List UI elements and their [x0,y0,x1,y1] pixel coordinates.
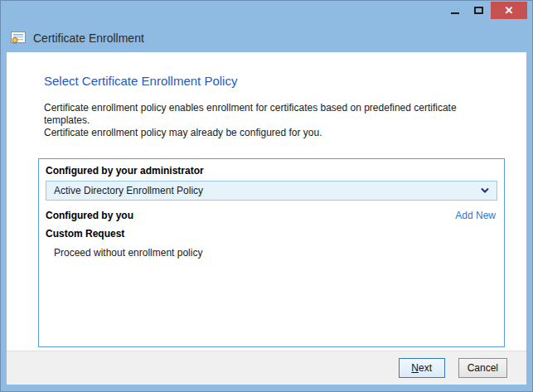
dialog-body: Select Certificate Enrollment Policy Cer… [7,52,526,385]
enrollment-policy-dropdown[interactable]: Active Directory Enrollment Policy [46,181,497,201]
wizard-page: Select Certificate Enrollment Policy Cer… [7,52,526,351]
next-button-label: Next [411,362,432,374]
proceed-without-policy-option[interactable]: Proceed without enrollment policy [46,247,497,259]
next-button[interactable]: Next [399,358,445,378]
window-title: Certificate Enrollment [33,31,144,45]
certificate-enrollment-window: ✕ Certificate Enrollment Select Certific… [0,0,533,392]
titlebar[interactable]: ✕ [1,1,532,24]
description-line-1: Certificate enrollment policy enables en… [44,102,505,127]
dropdown-selected-value: Active Directory Enrollment Policy [54,185,203,196]
maximize-icon [474,7,483,14]
maximize-button[interactable] [467,2,491,19]
admin-section-label: Configured by your administrator [46,163,497,181]
window-controls: ✕ [443,2,527,19]
description-line-2: Certificate enrollment policy may alread… [44,127,505,139]
certificate-icon [11,31,27,45]
user-section-label: Configured by you [46,210,133,221]
add-new-link[interactable]: Add New [455,210,496,221]
minimize-icon [451,12,459,14]
page-description: Certificate enrollment policy enables en… [44,102,505,139]
minimize-button[interactable] [443,2,467,19]
page-title: Select Certificate Enrollment Policy [44,74,505,88]
enrollment-policy-panel: Configured by your administrator Active … [38,158,505,347]
cancel-button[interactable]: Cancel [458,358,507,378]
user-section-row: Configured by you Add New [46,208,497,226]
close-button[interactable]: ✕ [491,2,527,19]
custom-request-label: Custom Request [46,226,497,247]
wizard-header: Certificate Enrollment [1,24,532,52]
dialog-footer: Next Cancel [7,351,526,385]
cancel-button-label: Cancel [468,362,498,374]
chevron-down-icon [481,188,489,193]
